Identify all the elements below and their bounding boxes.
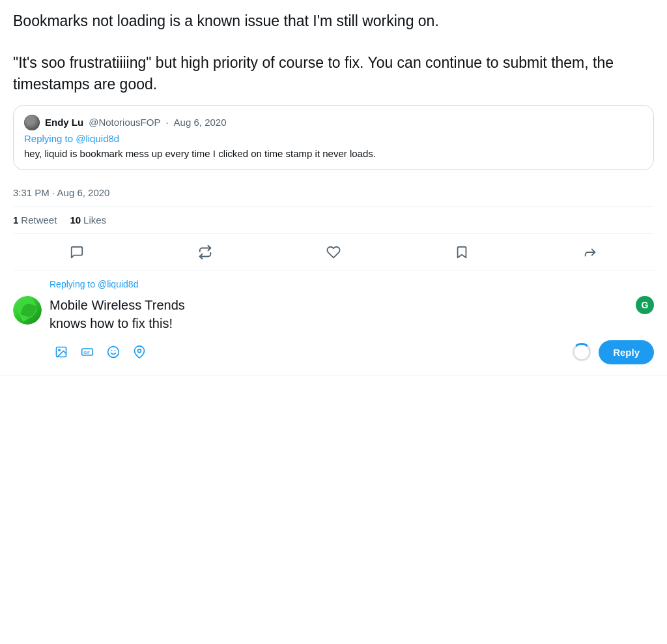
quoted-tweet-body: hey, liquid is bookmark mess up every ti… xyxy=(24,147,643,160)
retweet-icon xyxy=(198,245,212,259)
reply-action-button[interactable] xyxy=(61,237,92,268)
grammarly-icon: G xyxy=(636,296,654,314)
reply-submit-button[interactable]: Reply xyxy=(599,340,654,364)
quoted-avatar-image xyxy=(24,115,40,130)
emoji-icon xyxy=(107,345,120,359)
location-icon xyxy=(133,345,146,359)
input-with-grammarly: G xyxy=(50,296,654,332)
retweet-stat[interactable]: 1 Retweet xyxy=(13,214,57,226)
svg-point-7 xyxy=(138,349,141,353)
likes-stat[interactable]: 10 Likes xyxy=(70,214,106,226)
like-action-button[interactable] xyxy=(318,237,349,268)
tweet-stats: 1 Retweet 10 Likes xyxy=(13,207,654,234)
reply-compose-area: Replying to @liquid8d G xyxy=(13,271,654,375)
likes-label: Likes xyxy=(83,214,106,226)
toolbar-icons: GIF xyxy=(50,340,151,364)
reply-row: G xyxy=(13,296,654,364)
tweet-container: Bookmarks not loading is a known issue t… xyxy=(0,0,667,375)
add-emoji-button[interactable] xyxy=(102,340,125,364)
bookmark-action-button[interactable] xyxy=(446,237,477,268)
svg-point-4 xyxy=(108,347,119,358)
retweet-count: 1 xyxy=(13,214,18,226)
tweet-timestamp: 3:31 PM · Aug 6, 2020 xyxy=(13,179,654,207)
quoted-tweet[interactable]: Endy Lu @NotoriousFOP · Aug 6, 2020 Repl… xyxy=(13,105,654,170)
heart-icon xyxy=(326,245,341,259)
add-location-button[interactable] xyxy=(128,340,151,364)
quoted-date: Aug 6, 2020 xyxy=(174,117,227,128)
quoted-avatar xyxy=(24,115,40,130)
reply-input-area: G xyxy=(50,296,654,364)
quoted-replying-to: Replying to @liquid8d xyxy=(24,133,643,144)
replying-to-handle: @liquid8d xyxy=(98,279,138,289)
tweet-text-line2: "It's soo frustratiiiing" but high prior… xyxy=(13,54,614,92)
reply-toolbar: GIF xyxy=(50,340,654,364)
svg-text:GIF: GIF xyxy=(83,351,90,355)
svg-point-1 xyxy=(59,349,61,351)
gif-icon: GIF xyxy=(81,345,94,359)
likes-count: 10 xyxy=(70,214,81,226)
loading-spinner xyxy=(573,343,591,361)
quoted-author-handle: @NotoriousFOP xyxy=(89,117,160,128)
replying-to-line: Replying to @liquid8d xyxy=(13,279,654,289)
quoted-replying-handle: @liquid8d xyxy=(76,133,119,144)
reply-text-input[interactable] xyxy=(50,296,216,332)
reply-icon xyxy=(70,245,84,259)
quoted-author-name: Endy Lu xyxy=(45,117,83,128)
add-image-button[interactable] xyxy=(50,340,73,364)
retweet-action-button[interactable] xyxy=(190,237,221,268)
tweet-actions xyxy=(13,234,654,271)
tweet-text-line1: Bookmarks not loading is a known issue t… xyxy=(13,12,439,29)
share-action-button[interactable] xyxy=(575,237,606,268)
quoted-tweet-header: Endy Lu @NotoriousFOP · Aug 6, 2020 xyxy=(24,115,643,130)
composer-avatar xyxy=(13,296,42,325)
bookmark-icon xyxy=(455,245,469,259)
tweet-body-text: Bookmarks not loading is a known issue t… xyxy=(13,10,654,95)
add-gif-button[interactable]: GIF xyxy=(76,340,99,364)
image-icon xyxy=(55,345,68,359)
share-icon xyxy=(583,245,597,259)
retweet-label: Retweet xyxy=(21,214,57,226)
quoted-dot-separator: · xyxy=(165,117,168,128)
composer-avatar-image xyxy=(13,296,42,325)
